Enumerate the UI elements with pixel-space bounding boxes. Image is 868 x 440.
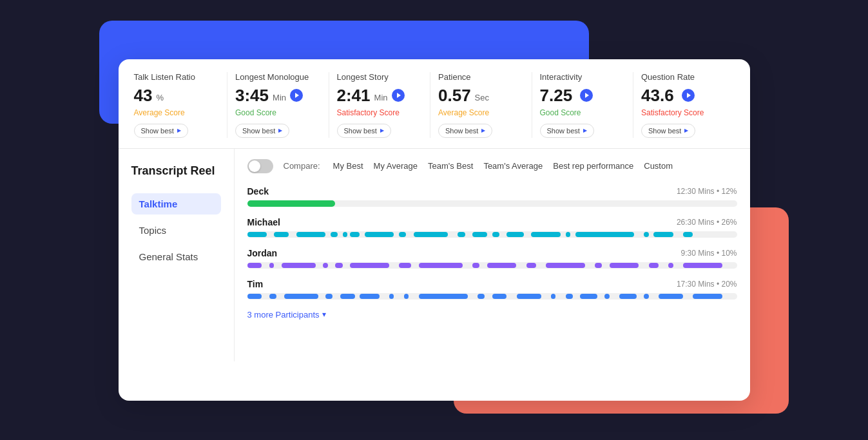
compare-toggle[interactable] [247,159,273,173]
segment-tim-3 [325,294,333,299]
sidebar-item-general-stats[interactable]: General Stats [131,246,221,267]
segment-michael-2 [296,232,326,237]
participant-header-tim: Tim 17:30 Mins • 20% [247,279,737,289]
show-best-btn-question-rate[interactable]: Show best [641,124,695,138]
stat-value-patience: 0.57 [438,86,471,106]
stat-col-question-rate: Question Rate 43.6 Satisfactory Score Sh… [633,72,735,138]
show-best-btn-longest-monologue[interactable]: Show best [235,124,289,138]
segment-tim-10 [492,294,507,299]
show-best-btn-interactivity[interactable]: Show best [540,124,594,138]
compare-option-2[interactable]: Team's Best [425,160,476,172]
participant-name-tim: Tim [247,279,264,289]
stat-value-longest-story: 2:41 [337,86,371,106]
participant-stats-tim: 17:30 Mins • 20% [677,280,737,289]
stat-col-interactivity: Interactivity 7.25 Good Score Show best [532,72,634,138]
sidebar-item-topics[interactable]: Topics [131,220,221,241]
segment-jordan-11 [546,263,585,268]
segment-tim-15 [604,294,610,299]
segment-michael-14 [566,232,571,237]
segment-tim-11 [517,294,541,299]
transcript-main: Compare: My BestMy AverageTeam's BestTea… [235,149,750,361]
segment-jordan-0 [247,263,262,268]
segment-tim-14 [580,294,597,299]
segment-tim-6 [389,294,394,299]
stat-label-question-rate: Question Rate [641,72,727,82]
segment-michael-18 [683,232,693,237]
stat-unit-longest-monologue: Min [273,93,286,102]
segment-jordan-1 [269,263,275,268]
segment-tim-5 [360,294,379,299]
stat-value-row-longest-monologue: 3:45 Min [235,86,321,106]
segment-tim-7 [404,294,409,299]
segment-jordan-3 [323,263,328,268]
segment-michael-5 [350,232,360,237]
show-best-btn-patience[interactable]: Show best [438,124,492,138]
stats-section: Talk Listen Ratio 43 % Average Score Sho… [119,59,750,149]
segment-tim-2 [284,294,318,299]
compare-option-3[interactable]: Team's Average [481,160,545,172]
segment-jordan-16 [683,263,722,268]
compare-bar: Compare: My BestMy AverageTeam's BestTea… [247,159,737,173]
segment-michael-7 [399,232,406,237]
segment-jordan-6 [399,263,411,268]
stat-label-longest-monologue: Longest Monologue [235,72,321,82]
stat-unit-talk-listen-ratio: % [156,93,164,102]
score-label-interactivity: Good Score [540,108,626,117]
timeline-bar-tim [247,293,737,300]
stat-label-talk-listen-ratio: Talk Listen Ratio [134,72,220,82]
transcript-section: Transcript Reel TalktimeTopicsGeneral St… [119,149,750,361]
sidebar-item-talktime[interactable]: Talktime [131,193,221,215]
compare-label: Compare: [284,161,320,171]
more-participants-button[interactable]: 3 more Participants [247,310,737,320]
play-btn-longest-monologue[interactable] [290,89,303,102]
stat-col-longest-story: Longest Story 2:41 Min Satisfactory Scor… [329,72,431,138]
segment-tim-17 [644,294,649,299]
transcript-title: Transcript Reel [131,164,221,178]
participant-stats-michael: 26:30 Mins • 26% [677,218,737,227]
play-btn-question-rate[interactable] [682,89,695,102]
stat-value-row-talk-listen-ratio: 43 % [134,86,220,106]
main-card: Talk Listen Ratio 43 % Average Score Sho… [119,59,750,401]
segment-michael-13 [531,232,561,237]
segment-michael-17 [653,232,673,237]
segment-tim-13 [566,294,573,299]
participant-name-jordan: Jordan [247,248,278,258]
stat-label-patience: Patience [438,72,524,82]
stat-col-patience: Patience 0.57 Sec Average Score Show bes… [430,72,532,138]
segment-tim-12 [551,294,556,299]
participant-stats-jordan: 9:30 Mins • 10% [681,249,737,258]
participant-row-michael: Michael 26:30 Mins • 26% [247,217,737,238]
compare-option-4[interactable]: Best rep performance [550,160,636,172]
compare-option-0[interactable]: My Best [331,160,366,172]
segment-jordan-2 [282,263,316,268]
stat-value-interactivity: 7.25 [540,86,573,106]
segment-jordan-13 [610,263,639,268]
segment-jordan-8 [472,263,479,268]
show-best-btn-talk-listen-ratio[interactable]: Show best [134,124,188,138]
participant-name-deck: Deck [247,186,269,196]
show-best-btn-longest-story[interactable]: Show best [337,124,391,138]
segment-jordan-9 [487,263,517,268]
stat-col-talk-listen-ratio: Talk Listen Ratio 43 % Average Score Sho… [134,72,228,138]
score-label-longest-story: Satisfactory Score [337,108,423,117]
compare-option-5[interactable]: Custom [641,160,675,172]
scene: Talk Listen Ratio 43 % Average Score Sho… [80,21,789,420]
participant-header-deck: Deck 12:30 Mins • 12% [247,186,737,196]
compare-options: My BestMy AverageTeam's BestTeam's Avera… [331,160,675,172]
segment-tim-4 [340,294,355,299]
segment-tim-18 [659,294,683,299]
play-btn-interactivity[interactable] [580,89,593,102]
timeline-bar-jordan [247,262,737,269]
stat-label-interactivity: Interactivity [540,72,626,82]
stat-unit-longest-story: Min [374,93,388,102]
segment-jordan-12 [595,263,602,268]
deck-fill-bar [247,200,336,207]
segment-tim-1 [269,294,276,299]
segment-michael-15 [575,232,634,237]
compare-option-1[interactable]: My Average [371,160,420,172]
stat-value-row-interactivity: 7.25 [540,86,626,106]
segment-jordan-10 [526,263,536,268]
play-btn-longest-story[interactable] [392,89,405,102]
segment-tim-9 [477,294,485,299]
segment-michael-16 [644,232,649,237]
